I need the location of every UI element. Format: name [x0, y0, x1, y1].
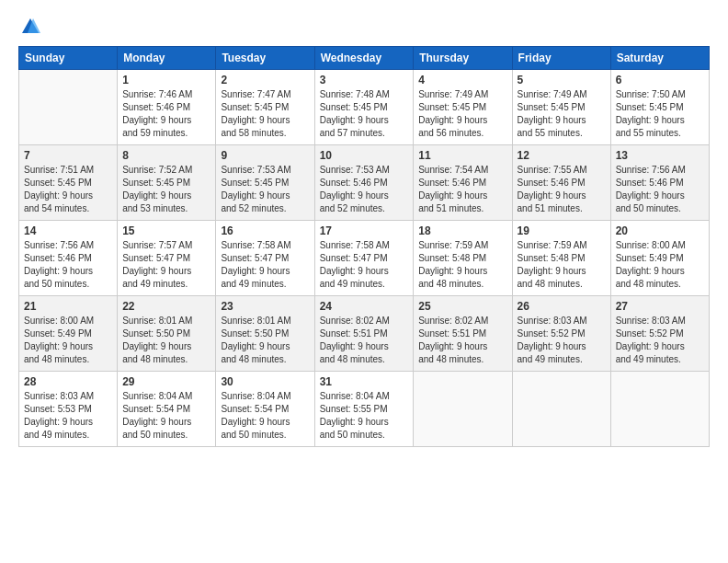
calendar-cell: 27Sunrise: 8:03 AM Sunset: 5:52 PM Dayli…	[610, 296, 709, 372]
calendar-cell: 5Sunrise: 7:49 AM Sunset: 5:45 PM Daylig…	[512, 70, 610, 145]
calendar-cell: 6Sunrise: 7:50 AM Sunset: 5:45 PM Daylig…	[610, 70, 709, 145]
calendar-week-row: 21Sunrise: 8:00 AM Sunset: 5:49 PM Dayli…	[19, 296, 710, 372]
day-number: 19	[518, 224, 606, 237]
day-number: 28	[24, 375, 112, 388]
calendar-cell: 12Sunrise: 7:55 AM Sunset: 5:46 PM Dayli…	[512, 145, 610, 221]
day-number: 6	[616, 74, 704, 86]
day-info: Sunrise: 7:56 AM Sunset: 5:46 PM Dayligh…	[616, 164, 704, 215]
calendar-week-row: 28Sunrise: 8:03 AM Sunset: 5:53 PM Dayli…	[19, 372, 710, 447]
day-number: 9	[221, 149, 309, 162]
day-info: Sunrise: 7:50 AM Sunset: 5:45 PM Dayligh…	[616, 88, 704, 140]
page: SundayMondayTuesdayWednesdayThursdayFrid…	[0, 0, 728, 563]
day-number: 14	[24, 224, 112, 237]
calendar-cell: 20Sunrise: 8:00 AM Sunset: 5:49 PM Dayli…	[610, 221, 709, 296]
day-number: 4	[418, 74, 506, 86]
calendar-cell	[610, 372, 709, 447]
day-number: 11	[418, 149, 506, 162]
calendar-cell: 2Sunrise: 7:47 AM Sunset: 5:45 PM Daylig…	[216, 70, 314, 145]
calendar-cell: 18Sunrise: 7:59 AM Sunset: 5:48 PM Dayli…	[414, 221, 512, 296]
calendar-week-row: 14Sunrise: 7:56 AM Sunset: 5:46 PM Dayli…	[19, 221, 710, 296]
day-number: 13	[616, 149, 704, 162]
calendar-header-row: SundayMondayTuesdayWednesdayThursdayFrid…	[19, 47, 710, 70]
calendar-table: SundayMondayTuesdayWednesdayThursdayFrid…	[18, 46, 710, 447]
day-info: Sunrise: 7:58 AM Sunset: 5:47 PM Dayligh…	[221, 239, 309, 291]
day-number: 17	[320, 224, 409, 237]
day-info: Sunrise: 7:51 AM Sunset: 5:45 PM Dayligh…	[24, 164, 112, 215]
day-number: 20	[616, 224, 704, 237]
day-info: Sunrise: 8:01 AM Sunset: 5:50 PM Dayligh…	[122, 315, 210, 366]
day-number: 7	[24, 149, 112, 162]
day-number: 8	[122, 149, 210, 162]
day-info: Sunrise: 7:47 AM Sunset: 5:45 PM Dayligh…	[221, 88, 309, 140]
day-info: Sunrise: 8:02 AM Sunset: 5:51 PM Dayligh…	[320, 315, 409, 366]
day-number: 5	[518, 74, 606, 86]
day-info: Sunrise: 7:55 AM Sunset: 5:46 PM Dayligh…	[518, 164, 606, 215]
day-number: 15	[122, 224, 210, 237]
day-info: Sunrise: 8:01 AM Sunset: 5:50 PM Dayligh…	[221, 315, 309, 366]
calendar-cell: 11Sunrise: 7:54 AM Sunset: 5:46 PM Dayli…	[414, 145, 512, 221]
calendar-cell: 10Sunrise: 7:53 AM Sunset: 5:46 PM Dayli…	[314, 145, 414, 221]
calendar-cell: 21Sunrise: 8:00 AM Sunset: 5:49 PM Dayli…	[19, 296, 118, 372]
day-info: Sunrise: 7:58 AM Sunset: 5:47 PM Dayligh…	[320, 239, 409, 291]
calendar-header-sunday: Sunday	[19, 47, 118, 70]
day-number: 23	[221, 300, 309, 313]
day-number: 31	[320, 375, 409, 388]
day-number: 27	[616, 300, 704, 313]
day-info: Sunrise: 7:49 AM Sunset: 5:45 PM Dayligh…	[418, 88, 506, 140]
logo	[18, 17, 40, 37]
calendar-cell: 28Sunrise: 8:03 AM Sunset: 5:53 PM Dayli…	[19, 372, 118, 447]
calendar-cell: 26Sunrise: 8:03 AM Sunset: 5:52 PM Dayli…	[512, 296, 610, 372]
day-number: 16	[221, 224, 309, 237]
day-number: 21	[24, 300, 112, 313]
day-info: Sunrise: 8:04 AM Sunset: 5:54 PM Dayligh…	[122, 390, 210, 442]
calendar-cell: 23Sunrise: 8:01 AM Sunset: 5:50 PM Dayli…	[216, 296, 314, 372]
day-number: 1	[122, 74, 210, 86]
day-info: Sunrise: 7:49 AM Sunset: 5:45 PM Dayligh…	[518, 88, 606, 140]
day-info: Sunrise: 8:03 AM Sunset: 5:53 PM Dayligh…	[24, 390, 112, 442]
day-info: Sunrise: 7:53 AM Sunset: 5:45 PM Dayligh…	[221, 164, 309, 215]
calendar-header-friday: Friday	[512, 47, 610, 70]
calendar-cell: 16Sunrise: 7:58 AM Sunset: 5:47 PM Dayli…	[216, 221, 314, 296]
day-info: Sunrise: 8:00 AM Sunset: 5:49 PM Dayligh…	[616, 239, 704, 291]
day-info: Sunrise: 7:56 AM Sunset: 5:46 PM Dayligh…	[24, 239, 112, 291]
day-info: Sunrise: 8:03 AM Sunset: 5:52 PM Dayligh…	[518, 315, 606, 366]
calendar-header-wednesday: Wednesday	[314, 47, 414, 70]
day-info: Sunrise: 8:04 AM Sunset: 5:55 PM Dayligh…	[320, 390, 409, 442]
calendar-cell	[512, 372, 610, 447]
calendar-cell: 13Sunrise: 7:56 AM Sunset: 5:46 PM Dayli…	[610, 145, 709, 221]
day-info: Sunrise: 8:00 AM Sunset: 5:49 PM Dayligh…	[24, 315, 112, 366]
day-number: 22	[122, 300, 210, 313]
calendar-header-tuesday: Tuesday	[216, 47, 314, 70]
calendar-cell: 17Sunrise: 7:58 AM Sunset: 5:47 PM Dayli…	[314, 221, 414, 296]
day-info: Sunrise: 8:02 AM Sunset: 5:51 PM Dayligh…	[418, 315, 506, 366]
day-number: 18	[418, 224, 506, 237]
calendar-cell	[414, 372, 512, 447]
calendar-cell: 7Sunrise: 7:51 AM Sunset: 5:45 PM Daylig…	[19, 145, 118, 221]
calendar-cell: 24Sunrise: 8:02 AM Sunset: 5:51 PM Dayli…	[314, 296, 414, 372]
day-info: Sunrise: 7:52 AM Sunset: 5:45 PM Dayligh…	[122, 164, 210, 215]
day-info: Sunrise: 7:59 AM Sunset: 5:48 PM Dayligh…	[518, 239, 606, 291]
day-number: 25	[418, 300, 506, 313]
day-number: 3	[320, 74, 409, 86]
calendar-cell: 8Sunrise: 7:52 AM Sunset: 5:45 PM Daylig…	[118, 145, 216, 221]
day-number: 24	[320, 300, 409, 313]
day-info: Sunrise: 7:59 AM Sunset: 5:48 PM Dayligh…	[418, 239, 506, 291]
calendar-header-monday: Monday	[118, 47, 216, 70]
day-info: Sunrise: 7:54 AM Sunset: 5:46 PM Dayligh…	[418, 164, 506, 215]
calendar-cell: 1Sunrise: 7:46 AM Sunset: 5:46 PM Daylig…	[118, 70, 216, 145]
day-number: 29	[122, 375, 210, 388]
day-info: Sunrise: 7:48 AM Sunset: 5:45 PM Dayligh…	[320, 88, 409, 140]
day-number: 2	[221, 74, 309, 86]
day-number: 26	[518, 300, 606, 313]
calendar-cell: 30Sunrise: 8:04 AM Sunset: 5:54 PM Dayli…	[216, 372, 314, 447]
calendar-week-row: 1Sunrise: 7:46 AM Sunset: 5:46 PM Daylig…	[19, 70, 710, 145]
day-number: 30	[221, 375, 309, 388]
day-info: Sunrise: 7:46 AM Sunset: 5:46 PM Dayligh…	[122, 88, 210, 140]
calendar-cell: 31Sunrise: 8:04 AM Sunset: 5:55 PM Dayli…	[314, 372, 414, 447]
day-info: Sunrise: 8:03 AM Sunset: 5:52 PM Dayligh…	[616, 315, 704, 366]
calendar-week-row: 7Sunrise: 7:51 AM Sunset: 5:45 PM Daylig…	[19, 145, 710, 221]
calendar-header-thursday: Thursday	[414, 47, 512, 70]
calendar-cell: 25Sunrise: 8:02 AM Sunset: 5:51 PM Dayli…	[414, 296, 512, 372]
calendar-cell: 9Sunrise: 7:53 AM Sunset: 5:45 PM Daylig…	[216, 145, 314, 221]
calendar-cell: 19Sunrise: 7:59 AM Sunset: 5:48 PM Dayli…	[512, 221, 610, 296]
